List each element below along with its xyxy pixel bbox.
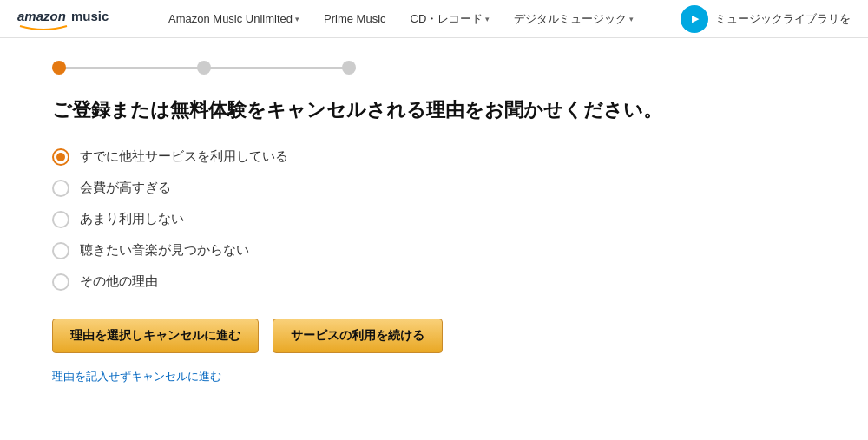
nav-item-cd[interactable]: CD・レコード ▾ bbox=[398, 0, 503, 38]
nav-item-digital[interactable]: デジタルミュージック ▾ bbox=[502, 0, 646, 38]
list-item[interactable]: あまり利用しない bbox=[52, 211, 816, 228]
radio-option-5[interactable] bbox=[52, 273, 69, 291]
progress-step-1 bbox=[52, 61, 66, 75]
progress-area bbox=[0, 38, 868, 80]
progress-step-3 bbox=[342, 61, 356, 75]
button-row: 理由を選択しキャンセルに進む サービスの利用を続ける bbox=[52, 319, 816, 353]
radio-option-1[interactable] bbox=[52, 148, 69, 166]
svg-text:music: music bbox=[71, 9, 108, 23]
option-label-5: その他の理由 bbox=[80, 273, 158, 290]
list-item[interactable]: すでに他社サービスを利用している bbox=[52, 148, 816, 166]
option-label-2: 会費が高すぎる bbox=[80, 180, 171, 196]
radio-inner-1 bbox=[56, 153, 65, 161]
chevron-down-icon: ▾ bbox=[485, 15, 490, 23]
progress-step-2 bbox=[197, 61, 211, 75]
chevron-down-icon: ▾ bbox=[295, 15, 299, 23]
nav-item-prime[interactable]: Prime Music bbox=[312, 0, 398, 38]
main-content: ご登録または無料体験をキャンセルされる理由をお聞かせください。 すでに他社サービ… bbox=[0, 80, 868, 419]
chevron-down-icon: ▾ bbox=[629, 15, 634, 23]
options-list: すでに他社サービスを利用している 会費が高すぎる あまり利用しない 聴きたい音楽… bbox=[52, 148, 816, 291]
continue-service-button[interactable]: サービスの利用を続ける bbox=[273, 319, 443, 353]
list-item[interactable]: その他の理由 bbox=[52, 273, 816, 291]
header-right: ミュージックライブラリを bbox=[681, 5, 851, 33]
site-logo[interactable]: amazon music bbox=[17, 3, 130, 34]
question-title: ご登録または無料体験をキャンセルされる理由をお聞かせください。 bbox=[52, 97, 816, 124]
svg-text:amazon: amazon bbox=[17, 9, 66, 23]
radio-option-2[interactable] bbox=[52, 180, 69, 197]
radio-option-4[interactable] bbox=[52, 242, 69, 259]
cancel-without-reason-link[interactable]: 理由を記入せずキャンセルに進む bbox=[52, 370, 221, 383]
option-label-4: 聴きたい音楽が見つからない bbox=[80, 242, 249, 259]
radio-option-3[interactable] bbox=[52, 211, 69, 228]
option-label-3: あまり利用しない bbox=[80, 211, 184, 227]
nav-item-unlimited[interactable]: Amazon Music Unlimited ▾ bbox=[156, 0, 312, 38]
play-button[interactable] bbox=[681, 5, 708, 33]
amazon-music-logo: amazon music bbox=[17, 3, 130, 34]
main-nav: Amazon Music Unlimited ▾ Prime Music CD・… bbox=[156, 0, 681, 38]
list-item[interactable]: 会費が高すぎる bbox=[52, 180, 816, 197]
library-label: ミュージックライブラリを bbox=[715, 11, 851, 27]
progress-track bbox=[52, 64, 356, 71]
cancel-proceed-button[interactable]: 理由を選択しキャンセルに進む bbox=[52, 319, 259, 353]
site-header: amazon music Amazon Music Unlimited ▾ Pr… bbox=[0, 0, 868, 38]
list-item[interactable]: 聴きたい音楽が見つからない bbox=[52, 242, 816, 259]
option-label-1: すでに他社サービスを利用している bbox=[80, 148, 288, 165]
